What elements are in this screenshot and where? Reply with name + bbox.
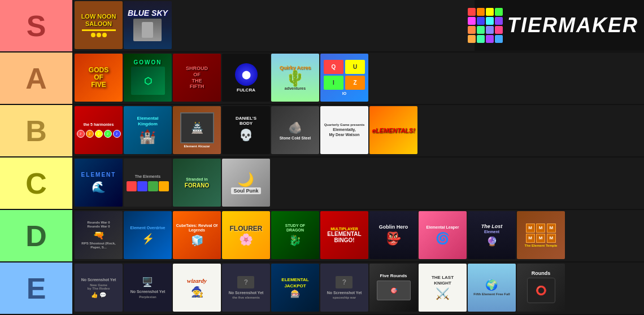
tier-label-e: E (0, 262, 73, 314)
game-element-overdrive[interactable]: Element Overdrive ⚡ (124, 211, 172, 259)
game-low-noon[interactable]: LOW NOON SALOON (75, 1, 123, 49)
tier-row-d: D Rounds War 0 Rounds War 0 🔫 RPS Shooto… (0, 210, 644, 262)
tier-label-b: B (0, 105, 73, 156)
game-the-lost[interactable]: The Lost Element 🔮 (468, 211, 516, 259)
game-no-screenshot-3[interactable]: ? No Screenshot Yet spaceship war (320, 264, 368, 312)
tier-row-a: A GODSOFFIVE GOWON ⬡ (0, 53, 644, 105)
game-wizardy[interactable]: wizardy 🧙 (173, 264, 221, 312)
tier-label-c: C (0, 158, 73, 209)
header-bar: TIERMAKER (475, 0, 644, 51)
game-fifth-element[interactable]: 🌍 Fifth Element Free Fall (468, 264, 516, 312)
game-shroud[interactable]: SHROUDOFTHEFIFTH (173, 54, 221, 102)
game-element-temple[interactable]: M M M M M M The Element Temple (517, 211, 565, 259)
logo-grid (468, 8, 503, 43)
game-5-harmonies[interactable]: the 5 harmonies ♪ ♪ ♪ ♪ ♪ (75, 106, 123, 154)
game-flourer[interactable]: FLOURER 🌸 (222, 211, 270, 259)
tier-items-d: Rounds War 0 Rounds War 0 🔫 RPS Shootout… (73, 210, 644, 261)
tier-items-a: GODSOFFIVE GOWON ⬡ (73, 53, 644, 104)
game-no-screenshot-1[interactable]: No Screenshot Yet New Game by The Rodeo … (75, 264, 123, 312)
game-elementally[interactable]: Quarterly Game presents Elementally,My D… (320, 106, 368, 154)
game-fulcra[interactable]: ⬤ FULCRA (222, 54, 270, 102)
game-perplexian[interactable]: 🖥️ No Screenshot Yet Perplexian (124, 264, 172, 312)
game-stranded[interactable]: Stranded in FORANO (173, 159, 221, 207)
tiermaker-logo: TIERMAKER (468, 8, 638, 43)
game-quirky-acres[interactable]: Quirky Acres 🌵 adventures (271, 54, 319, 102)
tier-row-b: B the 5 harmonies ♪ ♪ ♪ ♪ ♪ (0, 105, 644, 158)
game-elemental-kingdom[interactable]: ElementalKingdom 🏰 (124, 106, 172, 154)
game-element-c[interactable]: ELEMENT 🌊 (75, 159, 123, 207)
tier-label-d: D (0, 210, 73, 261)
tier-items-b: the 5 harmonies ♪ ♪ ♪ ♪ ♪ Eleme (73, 105, 644, 156)
game-soul-punk[interactable]: 🌙 Soul Punk (222, 159, 270, 207)
game-rounds[interactable]: Rounds ⭕ (517, 264, 565, 312)
game-no-screenshot-2[interactable]: ? No Screenshot Yet the five elements (222, 264, 270, 312)
game-study-of-dragon[interactable]: STUDY OFDRAGON 🐉 (271, 211, 319, 259)
tier-label-a: A (0, 53, 73, 104)
game-elemental-jackpot[interactable]: ELEMENTALJACKPOT 🎰 (271, 264, 319, 312)
game-elementals[interactable]: eLEMENTALS! (369, 106, 417, 154)
game-goblin-hero[interactable]: Goblin Hero 👺 (369, 211, 417, 259)
tier-row-c: C ELEMENT 🌊 The Elements (0, 158, 644, 210)
game-five-rounds[interactable]: Five Rounds 🎯 (369, 264, 417, 312)
game-stone-cold[interactable]: 🪨 Stone Cold Steel (271, 106, 319, 154)
game-the-last-knight[interactable]: THE LASTKNIGHT ⚔️ (419, 264, 467, 312)
game-daniels-body[interactable]: DANIEL'SBODY 💀 (222, 106, 270, 154)
game-elemental-bingo[interactable]: MULTIPLAYER ELEMENTALBINGO! (320, 211, 368, 259)
tier-items-c: ELEMENT 🌊 The Elements (73, 158, 644, 209)
game-elemental-leaper[interactable]: Elemental Leaper 🌀 (419, 211, 467, 259)
tier-list: TIERMAKER S LOW NOON SALOON (0, 0, 644, 315)
logo-title: TIERMAKER (507, 14, 638, 37)
game-quizio[interactable]: Q U I Z IO (320, 54, 368, 102)
game-element-alcazar[interactable]: 🏯 Element Alcazar (173, 106, 221, 154)
tier-label-s: S (0, 0, 73, 51)
game-gods-of-five[interactable]: GODSOFFIVE (75, 54, 123, 102)
tier-row-e: E No Screenshot Yet New Game by The Rode… (0, 262, 644, 315)
game-blue-sky[interactable]: BLUE SKY (124, 1, 172, 49)
tier-items-e: No Screenshot Yet New Game by The Rodeo … (73, 262, 644, 314)
game-cubetales[interactable]: CubeTales: Revival Of Legends 🧊 (173, 211, 221, 259)
game-the-elements[interactable]: The Elements (124, 159, 172, 207)
game-gowon[interactable]: GOWON ⬡ (124, 54, 172, 102)
game-rps-shootout[interactable]: Rounds War 0 Rounds War 0 🔫 RPS Shootout… (75, 211, 123, 259)
